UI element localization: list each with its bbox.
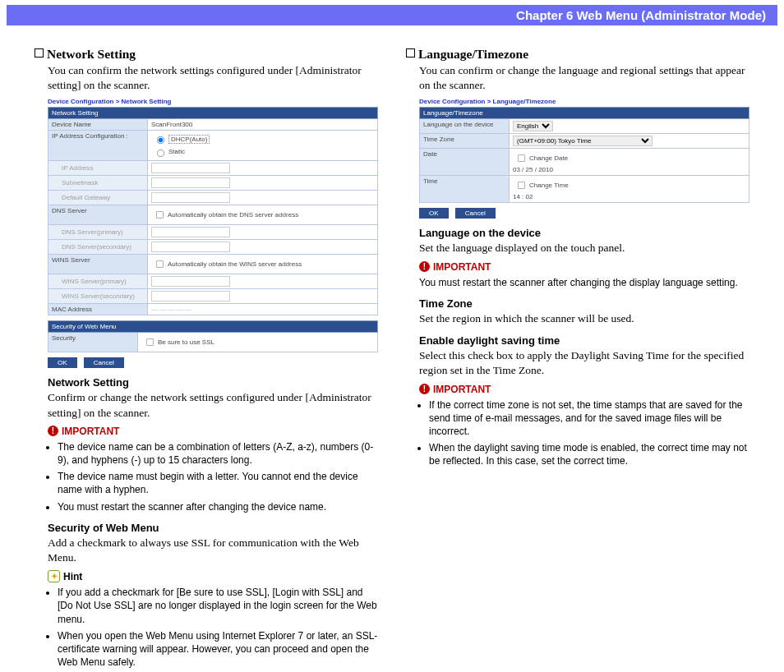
list-item: When the daylight saving time mode is en…	[429, 441, 749, 467]
dns-secondary-field[interactable]	[151, 242, 230, 252]
subbody: Confirm or change the network settings c…	[48, 390, 378, 420]
radio-label: Static	[168, 149, 185, 156]
ip-address-field[interactable]	[151, 163, 230, 173]
subnet-field[interactable]	[151, 177, 230, 188]
screenshot-language-timezone: Device Configuration > Language/Timezone…	[419, 98, 749, 219]
change-time-checkbox[interactable]	[518, 182, 525, 189]
screenshot-network-setting: Device Configuration > Network Setting N…	[48, 98, 378, 368]
gateway-field[interactable]	[151, 192, 230, 203]
list-item: The device name can be a combination of …	[58, 440, 378, 467]
checkbox-label: Be sure to use SSL	[158, 338, 214, 346]
important-icon: !	[419, 261, 430, 272]
radio-dhcp[interactable]	[157, 136, 164, 144]
time-value: 14 : 02	[513, 193, 533, 200]
shot-row-value: — — — — —	[148, 304, 378, 315]
shot-row-label: DNS Server	[48, 205, 148, 225]
hint-callout: ✦ Hint	[48, 570, 378, 582]
subheading-dst: Enable daylight saving time	[419, 334, 749, 347]
list-item: When you open the Web Menu using Interne…	[58, 629, 378, 670]
section-title: Language/Timezone	[418, 47, 528, 61]
shot-row-label: DNS Server(primary)	[48, 225, 148, 240]
checkbox-label: Automatically obtain the DNS server addr…	[168, 211, 298, 219]
important-label: IMPORTANT	[433, 261, 491, 273]
shot-row-label: MAC Address	[48, 304, 148, 315]
important-icon: !	[48, 426, 58, 436]
list-item: If you add a checkmark for [Be sure to u…	[58, 586, 378, 626]
important-label: IMPORTANT	[62, 426, 119, 437]
shot-section-header: Security of Web Menu	[48, 321, 378, 333]
shot-row-label: Subnetmask	[48, 176, 148, 191]
important-list: If the correct time zone is not set, the…	[419, 398, 749, 468]
shot-section-header: Network Setting	[48, 108, 378, 119]
shot-row-label: Default Gateway	[48, 191, 148, 205]
timezone-select[interactable]: (GMT+09:00) Tokyo Time	[513, 136, 653, 146]
wins-auto-checkbox[interactable]	[156, 260, 164, 268]
important-note: You must restart the scanner after chang…	[419, 276, 749, 289]
subheading-timezone: Time Zone	[419, 297, 749, 310]
hint-icon: ✦	[48, 570, 60, 582]
list-item: You must restart the scanner after chang…	[58, 500, 378, 513]
subheading-network-setting: Network Setting	[48, 376, 378, 389]
checkbox-label: Change Time	[529, 182, 569, 189]
important-callout: ! IMPORTANT	[419, 384, 749, 395]
wins-primary-field[interactable]	[151, 276, 230, 287]
list-item: If the correct time zone is not set, the…	[429, 398, 749, 439]
shot-section-header: Language/Timezone	[420, 108, 749, 119]
bullet-box-icon	[35, 48, 44, 58]
right-column: Language/Timezone You can confirm or cha…	[406, 42, 749, 672]
important-label: IMPORTANT	[433, 384, 491, 395]
shot-row-value: DHCP(Auto) Static	[148, 131, 378, 161]
section-heading-lang: Language/Timezone	[406, 47, 749, 62]
chapter-header: Chapter 6 Web Menu (Administrator Mode)	[7, 5, 777, 25]
ssl-checkbox[interactable]	[146, 338, 154, 346]
shot-row-label: Security	[48, 333, 138, 352]
cancel-button[interactable]: Cancel	[84, 357, 124, 368]
left-column: Network Setting You can confirm the netw…	[35, 42, 378, 672]
subbody: Set the region in which the scanner will…	[419, 311, 749, 326]
subbody: Select this check box to apply the Dayli…	[419, 348, 749, 378]
shot-row-label: Device Name	[48, 119, 148, 131]
dns-primary-field[interactable]	[151, 227, 230, 237]
shot-row-label: Time	[420, 176, 510, 203]
shot-row-label: WINS Server(secondary)	[48, 289, 148, 304]
date-value: 03 / 25 / 2010	[513, 166, 553, 173]
hint-label: Hint	[63, 571, 82, 582]
shot-row-label: IP Address	[48, 161, 148, 176]
hint-list: If you add a checkmark for [Be sure to u…	[48, 586, 378, 669]
subbody: Set the language displayed on the touch …	[419, 241, 749, 255]
important-list: The device name can be a combination of …	[48, 440, 378, 513]
subheading-language: Language on the device	[419, 227, 749, 239]
section-intro: You can confirm or change the language a…	[419, 63, 749, 93]
shot-row-label: WINS Server	[48, 255, 148, 274]
important-icon: !	[419, 384, 430, 394]
shot-row-value: ScanFront300	[148, 119, 378, 131]
wins-secondary-field[interactable]	[151, 291, 230, 301]
section-intro: You can confirm the network settings con…	[48, 63, 378, 93]
bullet-box-icon	[406, 48, 415, 58]
shot-row-label: IP Address Configuration :	[48, 131, 148, 161]
language-select[interactable]: English	[513, 121, 553, 131]
shot-row-label: Language on the device	[420, 119, 510, 134]
cancel-button[interactable]: Cancel	[455, 208, 496, 219]
shot-row-label: DNS Server(secondary)	[48, 240, 148, 255]
radio-static[interactable]	[157, 150, 164, 157]
important-callout: ! IMPORTANT	[48, 426, 378, 437]
shot-row-label: WINS Server(primary)	[48, 274, 148, 289]
ok-button[interactable]: OK	[419, 208, 449, 219]
change-date-checkbox[interactable]	[518, 154, 525, 162]
list-item: The device name must begin with a letter…	[58, 470, 378, 496]
important-callout: ! IMPORTANT	[419, 261, 749, 273]
page-body: Network Setting You can confirm the netw…	[0, 25, 784, 672]
subheading-security: Security of Web Menu	[48, 522, 378, 534]
shot-breadcrumb: Device Configuration > Network Setting	[48, 98, 378, 105]
ok-button[interactable]: OK	[48, 357, 77, 368]
radio-label: DHCP(Auto)	[168, 135, 210, 144]
section-title: Network Setting	[47, 47, 136, 61]
section-heading-network: Network Setting	[35, 47, 378, 62]
dns-auto-checkbox[interactable]	[156, 211, 164, 219]
checkbox-label: Change Date	[529, 154, 568, 162]
shot-breadcrumb: Device Configuration > Language/Timezone	[419, 98, 749, 105]
shot-row-label: Time Zone	[420, 134, 510, 149]
shot-row-label: Date	[420, 149, 510, 176]
checkbox-label: Automatically obtain the WINS server add…	[168, 260, 302, 268]
